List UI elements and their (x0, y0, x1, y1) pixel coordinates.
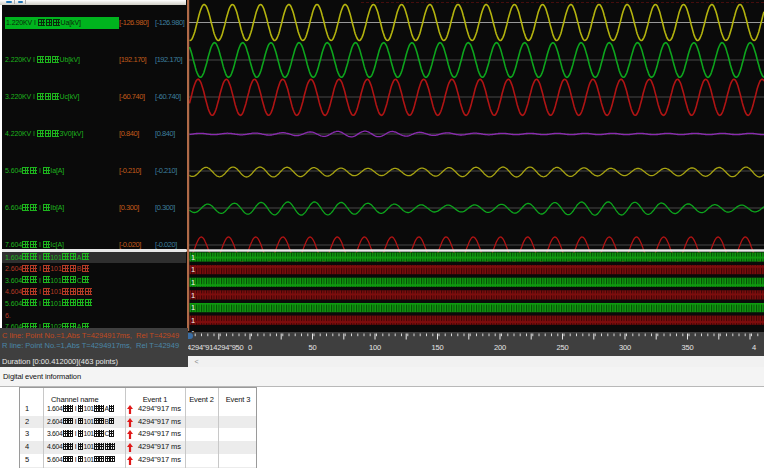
svg-text:1: 1 (191, 291, 195, 300)
svg-text:1: 1 (191, 265, 195, 274)
svg-text:1: 1 (191, 278, 195, 287)
svg-text:1: 1 (191, 253, 195, 262)
svg-text:1: 1 (191, 316, 195, 325)
svg-text:1: 1 (191, 303, 195, 312)
